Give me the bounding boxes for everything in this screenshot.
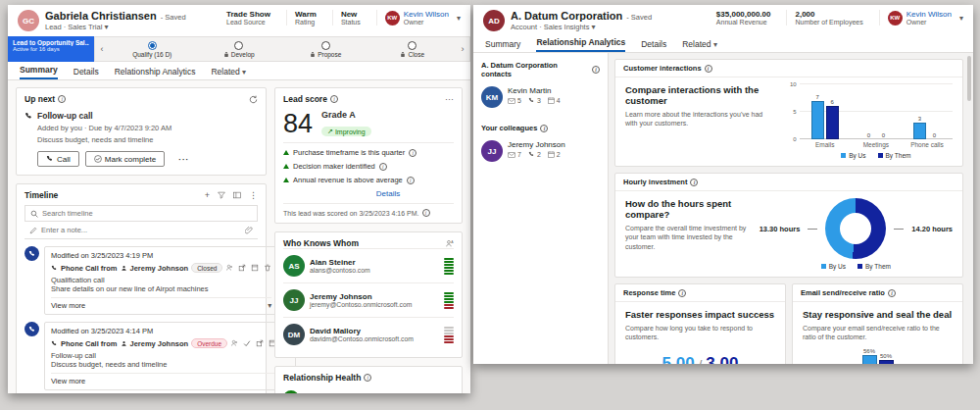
bpf-scroll-left[interactable]: ‹: [95, 44, 109, 54]
stage-develop[interactable]: Develop: [196, 41, 283, 58]
header-expand-chevron[interactable]: ▾: [959, 14, 963, 23]
lead-score-value: 84: [283, 111, 313, 137]
header-field-employees[interactable]: 2,000 Number of Employees: [786, 10, 870, 26]
view-more-toggle[interactable]: View more ▾: [51, 297, 271, 310]
info-icon[interactable]: i: [379, 163, 387, 171]
timeline-entry-box[interactable]: Modified on 3/25/2023 4:14 PM Phone Call…: [44, 322, 296, 390]
donut-label-us: 13.30 hours: [760, 225, 801, 233]
chevron-down-icon: ▾: [268, 301, 271, 310]
info-icon[interactable]: i: [409, 149, 416, 157]
delete-icon[interactable]: [264, 264, 271, 272]
tab-related[interactable]: Related ▾: [211, 67, 246, 79]
info-icon[interactable]: i: [422, 209, 430, 217]
tab-summary[interactable]: Summary: [20, 65, 58, 79]
header-field-rating[interactable]: Warm Rating: [286, 10, 324, 26]
mark-complete-icon[interactable]: [243, 339, 251, 347]
trend-badge: ↗Improving: [321, 127, 371, 136]
activity-type-avatar: [24, 322, 39, 336]
assign-icon[interactable]: [230, 339, 238, 347]
tab-relationship-analytics[interactable]: Relationship Analytics: [536, 37, 625, 52]
mark-complete-button[interactable]: Mark complete: [85, 151, 165, 167]
info-icon[interactable]: i: [364, 374, 371, 382]
tab-related[interactable]: Related ▾: [682, 39, 717, 52]
positive-factor-icon: [283, 164, 289, 169]
tab-details[interactable]: Details: [74, 67, 99, 79]
assign-icon[interactable]: [225, 264, 233, 272]
header-field-status[interactable]: New Status: [332, 10, 368, 26]
tab-summary[interactable]: Summary: [485, 39, 520, 52]
activity-person[interactable]: Jeremy Johnson: [130, 264, 189, 273]
account-avatar: AD: [483, 10, 505, 31]
refresh-icon[interactable]: [249, 95, 258, 104]
view-more-toggle[interactable]: View more ▾: [51, 373, 289, 385]
timeline-entry-box[interactable]: Modified on 3/25/2023 4:19 PM Phone Call…: [44, 246, 278, 315]
info-icon[interactable]: i: [690, 179, 698, 186]
timeline-note-row[interactable]: [24, 222, 258, 239]
lead-header: GC Gabriela Christiansen - Saved Lead · …: [8, 5, 470, 34]
wkw-person-row[interactable]: DM David Mallory davidm@Contoso.onmicros…: [283, 317, 454, 351]
colleague-row[interactable]: JJ Jeremy Johnson 7 2 2: [481, 140, 600, 162]
up-next-activity[interactable]: Follow-up call: [24, 111, 258, 121]
hi-subtext: Compare the overall time investment by y…: [625, 224, 750, 251]
more-commands-icon[interactable]: ⋮: [249, 190, 258, 200]
modified-date: Modified on 3/25/2023 4:14 PM: [51, 327, 289, 335]
wkw-person-row[interactable]: AS Alan Steiner alans@contoso.com: [283, 248, 454, 282]
info-icon[interactable]: i: [407, 177, 415, 184]
stage-qualify[interactable]: Qualify (16 D): [109, 41, 196, 58]
email-count: 5: [508, 97, 521, 104]
timeline-entry: Modified on 3/25/2023 4:19 PM Phone Call…: [24, 246, 258, 315]
people-icon[interactable]: A: [445, 239, 454, 248]
header-field-lead-source[interactable]: Trade Show Lead Source: [219, 10, 278, 26]
owner-field[interactable]: KW Kevin Wilson Owner: [879, 10, 952, 26]
info-icon[interactable]: i: [678, 289, 686, 297]
scrollbar-thumb[interactable]: [967, 56, 971, 101]
info-icon[interactable]: i: [58, 95, 66, 103]
details-link[interactable]: Details: [322, 189, 454, 198]
header-field-annual-revenue[interactable]: $35,000,000.00 Annual Revenue: [709, 10, 779, 26]
expand-panel-icon[interactable]: [233, 191, 241, 199]
info-icon[interactable]: i: [888, 289, 896, 297]
call-button[interactable]: Call: [37, 151, 79, 167]
expand-entry-icon[interactable]: [251, 264, 259, 272]
note-input[interactable]: [41, 226, 241, 234]
add-record-icon[interactable]: +: [205, 190, 210, 200]
timeline-search[interactable]: [24, 205, 258, 222]
tab-relationship-analytics[interactable]: Relationship Analytics: [115, 67, 196, 79]
legend-swatch-us: [841, 153, 846, 158]
active-stage-chip[interactable]: Lead to Opportunity Sal... Active for 16…: [8, 36, 94, 62]
info-icon[interactable]: i: [592, 66, 600, 74]
owner-field[interactable]: KW Kevin Wilson Owner: [376, 10, 449, 26]
wkw-person-row[interactable]: JJ Jeremy Johnson jeremy@Contoso.onmicro…: [283, 282, 454, 317]
filter-icon[interactable]: [218, 191, 225, 199]
activity-kind: Phone Call from: [61, 339, 118, 348]
x-axis-label: Emails: [800, 141, 851, 148]
stage-propose[interactable]: Propose: [282, 41, 369, 58]
vertical-scrollbar[interactable]: [966, 54, 972, 360]
up-next-more-button[interactable]: ···: [171, 152, 197, 166]
lead-entity-form[interactable]: Lead · Sales Trial ▾: [45, 23, 186, 31]
stage-close[interactable]: Close: [369, 41, 457, 58]
chevron-down-icon: ▾: [104, 23, 108, 31]
connection-strength-meter: [444, 258, 454, 275]
bpf-scroll-right[interactable]: ›: [456, 44, 469, 54]
info-icon[interactable]: i: [540, 125, 548, 132]
timeline-entry: Modified on 3/25/2023 4:14 PM Phone Call…: [24, 322, 258, 390]
account-entity-form[interactable]: Account · Sales Insights ▾: [511, 23, 652, 31]
timeline-search-input[interactable]: [42, 209, 252, 218]
info-icon[interactable]: i: [705, 65, 712, 73]
trend-up-icon: ↗: [327, 128, 333, 135]
lock-icon: [223, 51, 229, 58]
contact-row[interactable]: KM Kevin Martin 5 3 4: [481, 86, 600, 108]
open-record-icon[interactable]: [256, 339, 264, 347]
score-factor: Purchase timeframe is this quarteri: [283, 148, 454, 157]
header-expand-chevron[interactable]: ▾: [457, 14, 461, 23]
info-icon[interactable]: i: [330, 95, 338, 103]
open-record-icon[interactable]: [238, 264, 246, 272]
activity-person[interactable]: Jeremy Johnson: [130, 339, 189, 348]
meeting-count: 2: [548, 151, 561, 158]
wkw-title: Who Knows Whom: [283, 238, 359, 248]
card-more-icon[interactable]: ···: [445, 94, 454, 104]
tab-details[interactable]: Details: [641, 39, 666, 52]
ci-subtext: Learn more about the interactions you've…: [625, 110, 776, 128]
attachment-icon[interactable]: [245, 226, 253, 234]
